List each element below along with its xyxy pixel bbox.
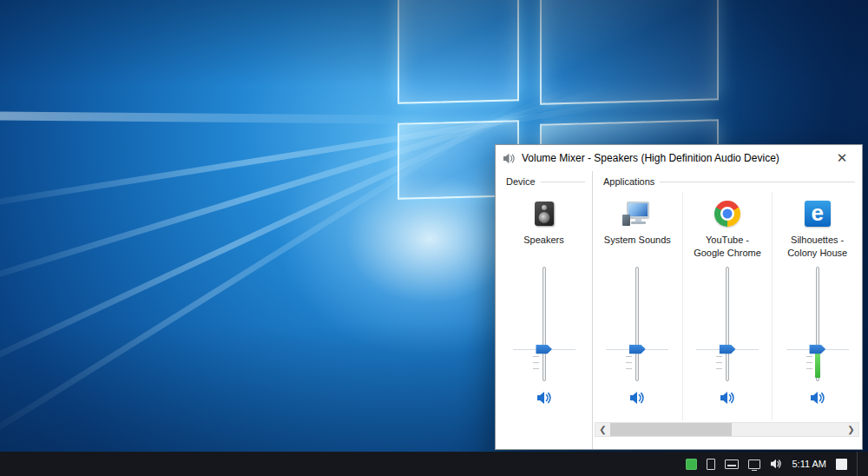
channel-label: Silhouettes - Colony House	[773, 234, 862, 265]
touch-keyboard-icon[interactable]	[725, 459, 739, 469]
volume-slider[interactable]	[508, 267, 581, 381]
slider-meter	[815, 353, 820, 378]
channel-label: YouTube - Google Chrome	[683, 234, 773, 265]
desktop: Volume Mixer - Speakers (High Definition…	[0, 0, 868, 476]
scrollbar-track[interactable]	[610, 423, 844, 436]
tray-volume-icon[interactable]	[770, 459, 782, 469]
mute-area	[629, 381, 645, 414]
slider-ticks	[806, 356, 812, 374]
network-icon[interactable]	[748, 459, 760, 469]
mixer-channel-chrome: YouTube - Google Chrome	[683, 192, 773, 420]
slider-ticks	[626, 356, 632, 374]
channel-label: System Sounds	[593, 234, 682, 265]
speaker-title-icon	[503, 153, 516, 164]
slider-track[interactable]	[542, 267, 546, 381]
mute-button[interactable]	[536, 391, 552, 405]
mixer-content: Device Speakers	[496, 171, 862, 449]
scroll-left-arrow[interactable]: ❮	[595, 423, 610, 436]
mixer-channel-speakers: Speakers	[496, 192, 592, 449]
volume-slider[interactable]	[781, 267, 854, 381]
slider-track[interactable]	[635, 267, 639, 381]
slider-thumb[interactable]	[629, 345, 646, 354]
channel-label: Speakers	[496, 234, 592, 265]
applications-section: Applications	[593, 171, 862, 449]
tray-document-icon[interactable]	[707, 459, 715, 470]
tray-green-app-icon[interactable]	[686, 459, 697, 470]
slider-thumb[interactable]	[536, 345, 552, 354]
speaker-box-graphic	[535, 202, 554, 226]
system-sounds-icon[interactable]	[622, 194, 652, 234]
slider-ticks	[533, 356, 539, 374]
show-desktop-button[interactable]	[857, 452, 861, 476]
scrollbar-thumb[interactable]	[610, 423, 732, 436]
edge-icon[interactable]: e	[805, 194, 831, 234]
taskbar[interactable]: 5:11 AM	[0, 452, 868, 476]
mute-button[interactable]	[810, 391, 825, 405]
mute-area	[810, 381, 825, 414]
taskbar-clock[interactable]: 5:11 AM	[792, 459, 826, 469]
volume-mixer-window: Volume Mixer - Speakers (High Definition…	[495, 144, 863, 450]
system-tray: 5:11 AM	[686, 452, 868, 476]
speakers-device-icon[interactable]	[535, 194, 554, 234]
applications-section-header: Applications	[593, 171, 862, 192]
slider-thumb[interactable]	[809, 345, 825, 354]
device-section-header: Device	[496, 171, 592, 192]
slider-ticks	[716, 356, 722, 374]
scroll-right-arrow[interactable]: ❯	[844, 423, 858, 436]
mixer-channel-edge: e Silhouettes - Colony House	[773, 192, 862, 420]
titlebar[interactable]: Volume Mixer - Speakers (High Definition…	[496, 145, 862, 171]
divider	[541, 182, 585, 182]
device-section-label: Device	[506, 176, 536, 187]
mute-area	[720, 381, 735, 414]
volume-slider[interactable]	[601, 267, 674, 381]
applications-columns: System Sounds	[593, 192, 862, 420]
mute-button[interactable]	[720, 391, 735, 405]
mute-button[interactable]	[629, 391, 645, 405]
device-section: Device Speakers	[496, 171, 593, 449]
horizontal-scrollbar[interactable]: ❮ ❯	[595, 422, 859, 437]
window-title: Volume Mixer - Speakers (High Definition…	[522, 152, 779, 164]
slider-thumb[interactable]	[720, 345, 736, 354]
action-center-icon[interactable]	[836, 459, 847, 470]
close-button[interactable]: ✕	[829, 148, 855, 169]
divider	[660, 182, 855, 182]
applications-section-label: Applications	[603, 176, 654, 187]
slider-track[interactable]	[726, 267, 729, 381]
volume-slider[interactable]	[691, 267, 764, 381]
mute-area	[536, 381, 552, 414]
mixer-channel-system-sounds: System Sounds	[593, 192, 683, 420]
chrome-icon[interactable]	[714, 194, 740, 234]
